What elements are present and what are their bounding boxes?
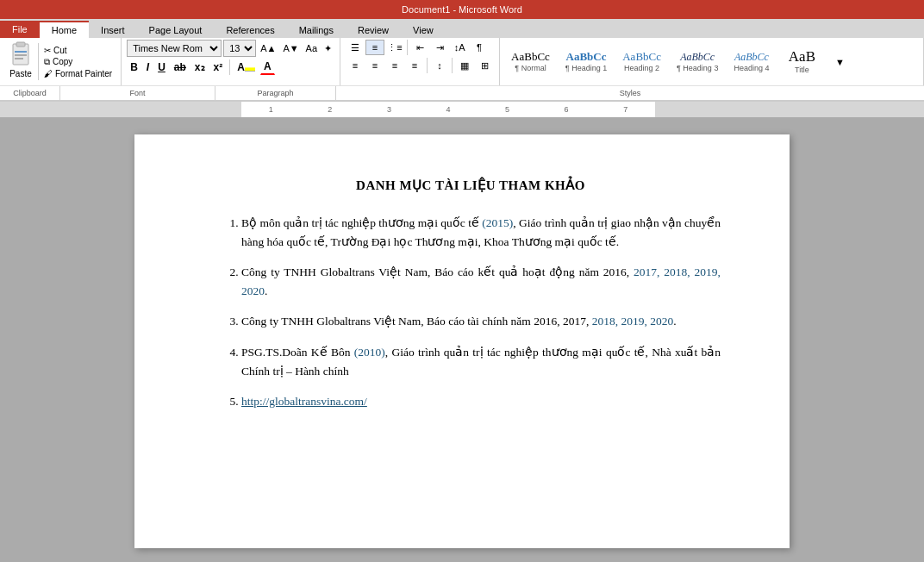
document-title: DANH MỤC TÀI LIỆU THAM KHẢO — [221, 178, 721, 193]
window-title: Document1 - Microsoft Word — [7, 4, 917, 15]
paste-button[interactable]: Paste — [3, 40, 38, 84]
clipboard-group: Paste ✂ Cut ⧉ Copy 🖌 Format Painter — [0, 38, 122, 85]
separator — [427, 58, 428, 73]
sort-button[interactable]: ↕A — [450, 40, 469, 55]
cut-label: Cut — [53, 46, 67, 55]
styles-label: Styles — [336, 86, 924, 100]
decrease-indent-button[interactable]: ⇤ — [410, 40, 429, 55]
separator — [229, 59, 230, 75]
paragraph-group: ☰ ≡ ⋮≡ ⇤ ⇥ ↕A ¶ ≡ ≡ ≡ ≡ ↕ ▦ ⊞ — [340, 38, 500, 85]
paste-label: Paste — [9, 69, 32, 78]
superscript-button[interactable]: x² — [210, 59, 227, 75]
list-item: Công ty TNHH Globaltrans Việt Nam, Báo c… — [241, 312, 721, 331]
document-page: DANH MỤC TÀI LIỆU THAM KHẢO Bộ môn quản … — [134, 134, 790, 548]
document-area: DANH MỤC TÀI LIỆU THAM KHẢO Bộ môn quản … — [0, 117, 924, 562]
format-painter-button[interactable]: 🖌 Format Painter — [42, 68, 114, 79]
tab-page-layout[interactable]: Page Layout — [137, 21, 215, 38]
font-size-select[interactable]: 13 — [223, 40, 256, 57]
tab-insert[interactable]: Insert — [89, 21, 137, 38]
tab-home[interactable]: Home — [40, 21, 89, 38]
font-label: Font — [60, 86, 215, 100]
styles-more-button[interactable]: ▼ — [830, 54, 849, 70]
clipboard-label: Clipboard — [0, 86, 60, 100]
shading-button[interactable]: ▦ — [455, 58, 474, 73]
format-painter-label: Format Painter — [55, 69, 112, 78]
title-bar: Document1 - Microsoft Word — [0, 0, 924, 19]
font-group: Times New Rom 13 A▲ A▼ Aa ✦ B I U ab x₂ … — [122, 38, 340, 85]
subscript-button[interactable]: x₂ — [191, 59, 209, 75]
reference-list: Bộ môn quản trị tác nghiệp thương mại qu… — [221, 214, 721, 411]
style-heading4[interactable]: AaBbCc Heading 4 — [727, 49, 775, 75]
case-button[interactable]: Aa — [303, 41, 320, 55]
line-spacing-button[interactable]: ↕ — [430, 58, 449, 73]
style-heading3[interactable]: AaBbCc ¶ Heading 3 — [671, 49, 724, 75]
separator — [407, 40, 408, 55]
strikethrough-button[interactable]: ab — [171, 59, 190, 75]
svg-rect-2 — [15, 51, 27, 53]
tab-references[interactable]: References — [214, 21, 286, 38]
bullet-list-button[interactable]: ☰ — [346, 40, 365, 55]
numbered-list-button[interactable]: ≡ — [365, 40, 384, 55]
align-center-button[interactable]: ≡ — [365, 58, 384, 73]
list-item: Bộ môn quản trị tác nghiệp thương mại qu… — [241, 214, 721, 251]
tab-mailings[interactable]: Mailings — [287, 21, 346, 38]
italic-button[interactable]: I — [143, 59, 153, 75]
copy-label: Copy — [53, 57, 72, 66]
clear-format-button[interactable]: ✦ — [322, 41, 334, 56]
list-item: http://globaltransvina.com/ — [241, 392, 721, 411]
svg-rect-4 — [15, 58, 23, 59]
tab-bar: File Home Insert Page Layout References … — [0, 19, 924, 38]
increase-indent-button[interactable]: ⇥ — [430, 40, 449, 55]
separator — [452, 58, 453, 73]
tab-file[interactable]: File — [0, 21, 40, 38]
tab-review[interactable]: Review — [346, 21, 401, 38]
svg-rect-3 — [15, 54, 27, 56]
text-highlight-button[interactable]: A▬ — [234, 59, 259, 75]
list-item: PSG.TS.Doãn Kế Bôn (2010), Giáo trình qu… — [241, 343, 721, 380]
copy-button[interactable]: ⧉ Copy — [42, 56, 114, 68]
list-item: Công ty TNHH Globaltrans Việt Nam, Báo c… — [241, 263, 721, 300]
borders-button[interactable]: ⊞ — [475, 58, 494, 73]
bold-button[interactable]: B — [127, 59, 141, 75]
style-heading1[interactable]: AaBbCc ¶ Heading 1 — [559, 48, 613, 75]
style-title[interactable]: AaB Title — [778, 47, 825, 77]
align-left-button[interactable]: ≡ — [346, 58, 365, 73]
ruler: 1 2 3 4 5 6 7 — [0, 102, 924, 117]
paste-icon — [7, 41, 34, 69]
decrease-font-button[interactable]: A▼ — [280, 41, 301, 55]
style-normal[interactable]: AaBbCc ¶ Normal — [505, 48, 556, 75]
underline-button[interactable]: U — [154, 59, 169, 75]
tab-view[interactable]: View — [401, 21, 446, 38]
reference-link[interactable]: http://globaltransvina.com/ — [241, 395, 367, 408]
font-color-button[interactable]: A — [260, 59, 275, 75]
show-formatting-button[interactable]: ¶ — [470, 40, 489, 55]
svg-rect-1 — [16, 42, 25, 47]
font-family-select[interactable]: Times New Rom — [127, 40, 222, 57]
ribbon-toolbar: Paste ✂ Cut ⧉ Copy 🖌 Format Painter — [0, 38, 924, 86]
justify-button[interactable]: ≡ — [405, 58, 424, 73]
style-heading2[interactable]: AaBbCc Heading 2 — [616, 48, 667, 75]
align-right-button[interactable]: ≡ — [385, 58, 404, 73]
ribbon-group-labels: Clipboard Font Paragraph Styles — [0, 86, 924, 100]
styles-group: AaBbCc ¶ Normal AaBbCc ¶ Heading 1 AaBbC… — [500, 38, 924, 85]
multilevel-list-button[interactable]: ⋮≡ — [385, 40, 404, 55]
increase-font-button[interactable]: A▲ — [258, 41, 278, 55]
ribbon: Paste ✂ Cut ⧉ Copy 🖌 Format Painter — [0, 38, 924, 102]
paragraph-label: Paragraph — [215, 86, 336, 100]
styles-row: AaBbCc ¶ Normal AaBbCc ¶ Heading 1 AaBbC… — [505, 40, 918, 84]
cut-button[interactable]: ✂ Cut — [42, 45, 114, 56]
